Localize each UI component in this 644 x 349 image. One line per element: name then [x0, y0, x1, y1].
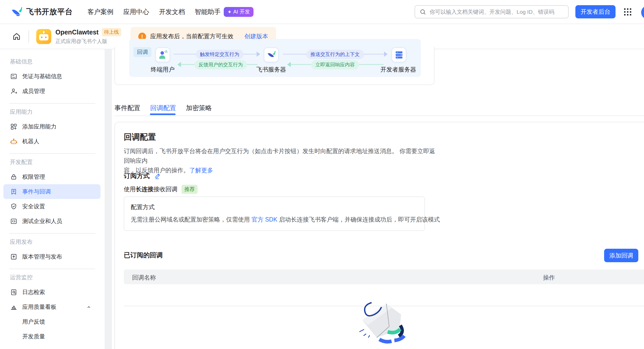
sidebar-item-add-capability[interactable]: 添加应用能力	[0, 119, 105, 134]
method-suffix: 接收回调	[154, 185, 177, 193]
return-label-2: 立即返回响应内容	[311, 60, 359, 69]
sidebar-item-credentials[interactable]: 凭证与基础信息	[0, 69, 105, 84]
sidebar-item-label: 添加应用能力	[22, 123, 56, 131]
status-badge: 待上线	[102, 28, 121, 36]
sidebar-item-label: 成员管理	[22, 87, 45, 95]
sidebar-item-dev-quality[interactable]: 开发质量	[0, 329, 105, 344]
grid-plus-icon	[10, 123, 18, 131]
developer-server-label: 开发者服务器	[380, 66, 416, 74]
tab-event-config[interactable]: 事件配置	[114, 104, 140, 112]
subscribe-method-header: 订阅方式	[124, 172, 162, 180]
sidebar-section-dev-config: 开发配置	[10, 159, 105, 166]
feishu-open-platform-page: 飞书开放平台 客户案例 应用中心 开发文档 智能助手 ✦AI 开发 开发者后台	[0, 0, 644, 349]
sidebar-item-bot[interactable]: 机器人	[0, 134, 105, 149]
end-user-label: 终端用户	[151, 66, 175, 74]
sidebar-item-version-release[interactable]: 版本管理与发布	[0, 249, 105, 264]
brand-title: 飞书开放平台	[26, 7, 73, 17]
feishu-logo-icon	[266, 50, 276, 60]
bar-chart-icon	[10, 303, 18, 311]
sparkle-icon: ✦	[227, 9, 232, 15]
search-input[interactable]	[430, 9, 564, 15]
forward-label-2: 推送交互行为的上下文	[306, 50, 364, 59]
recommend-badge: 推荐	[182, 185, 198, 194]
sidebar-item-label: 凭证与基础信息	[22, 73, 62, 80]
forward-label-1: 触发特定交互行为	[196, 50, 243, 59]
app-icon-robot	[36, 29, 51, 44]
divider	[28, 31, 29, 42]
feishu-server-label: 飞书服务器	[256, 66, 286, 74]
brand[interactable]: 飞书开放平台	[11, 7, 73, 17]
subscribed-callbacks-title: 已订阅的回调	[124, 251, 163, 259]
edit-icon[interactable]	[154, 172, 162, 180]
method-name: 长连接	[136, 185, 154, 193]
server-icon	[394, 50, 404, 60]
sidebar-section-basic-info: 基础信息	[10, 58, 105, 65]
tab-encryption-strategy[interactable]: 加密策略	[186, 104, 212, 112]
nav-item-cases[interactable]: 客户案例	[88, 8, 113, 16]
method-prefix: 使用	[124, 185, 136, 193]
sidebar-item-user-feedback[interactable]: 用户反馈	[0, 314, 105, 329]
active-tab-underline	[150, 113, 176, 115]
sidebar-item-label: 机器人	[22, 138, 39, 145]
config-box-body: 无需注册公网域名或配置加密策略，仅需使用 官方 SDK 启动长连接飞书客户端，并…	[131, 216, 440, 224]
sidebar-scrollbar[interactable]	[105, 49, 112, 349]
doc-search-icon	[10, 288, 18, 296]
developer-console-button[interactable]: 开发者后台	[575, 5, 616, 18]
end-user-node	[155, 47, 170, 62]
primary-nav: 客户案例 应用中心 开发文档 智能助手 ✦AI 开发	[88, 7, 254, 17]
return-label-1: 反馈用户的交互行为	[194, 60, 247, 69]
app-subtitle: 正式应用@飞书个人版	[55, 38, 121, 45]
nav-item-app-center[interactable]: 应用中心	[123, 8, 149, 16]
sidebar-item-label: 事件与回调	[22, 188, 51, 196]
diagram-badge: 回调	[133, 47, 151, 57]
config-body-after: 启动长连接飞书客户端，并确保连接成功后，即可开启该模式	[277, 216, 440, 223]
person-plus-icon	[10, 87, 18, 95]
sidebar-item-members[interactable]: 成员管理	[0, 84, 105, 98]
sidebar: 基础信息 凭证与基础信息 成员管理 应用能力 添加应用能力	[0, 49, 105, 349]
global-search[interactable]	[415, 5, 569, 18]
subscribe-method-title: 订阅方式	[124, 172, 150, 180]
page-title: 回调配置	[124, 132, 156, 143]
app-meta: OpenClawtest 待上线 正式应用@飞书个人版	[55, 28, 121, 45]
user-avatar[interactable]	[641, 6, 644, 19]
sidebar-item-quality-dashboard[interactable]: 应用质量看板	[0, 300, 105, 314]
upload-box-icon	[10, 253, 18, 261]
sidebar-item-log-search[interactable]: 日志检索	[0, 285, 105, 300]
config-method-box: 配置方式 无需注册公网域名或配置加密策略，仅需使用 官方 SDK 启动长连接飞书…	[124, 196, 425, 231]
sidebar-item-label: 日志检索	[22, 288, 45, 296]
sidebar-item-permissions[interactable]: 权限管理	[0, 169, 105, 184]
column-actions: 操作	[543, 274, 555, 282]
sidebar-item-label: 安全设置	[22, 203, 45, 210]
add-callback-button[interactable]: 添加回调	[604, 249, 638, 262]
code-box-icon	[10, 217, 18, 225]
main-content: 回调 终端用户 飞书服务器	[112, 49, 644, 349]
description-line-1: 订阅回调后，飞书开放平台将会在用户交互行为（如点击卡片按钮）发生时向配置的请求地…	[124, 148, 435, 164]
chevron-up-icon[interactable]	[85, 304, 92, 310]
sidebar-item-test-company[interactable]: 测试企业和人员	[0, 214, 105, 229]
nav-item-assistant[interactable]: 智能助手 ✦AI 开发	[195, 7, 254, 17]
sidebar-item-security[interactable]: 安全设置	[0, 199, 105, 214]
nav-item-docs[interactable]: 开发文档	[159, 8, 185, 16]
top-navigation: 飞书开放平台 客户案例 应用中心 开发文档 智能助手 ✦AI 开发 开发者后台	[0, 0, 644, 24]
sidebar-divider	[9, 153, 95, 154]
learn-more-link[interactable]: 了解更多	[189, 167, 213, 174]
ai-dev-badge[interactable]: ✦AI 开发	[224, 7, 254, 17]
home-icon[interactable]	[12, 32, 21, 41]
feishu-logo-icon	[11, 7, 23, 17]
config-body-before: 无需注册公网域名或配置加密策略，仅需使用	[131, 216, 251, 223]
column-callback-name: 回调名称	[132, 274, 156, 282]
official-sdk-link[interactable]: 官方 SDK	[251, 216, 277, 223]
robot-icon	[10, 138, 18, 145]
empty-state-illustration	[346, 295, 416, 349]
tab-callback-config[interactable]: 回调配置	[150, 104, 176, 112]
shield-check-icon	[10, 203, 18, 210]
sidebar-item-label: 应用质量看板	[22, 303, 56, 311]
apps-grid-icon[interactable]	[623, 7, 633, 17]
page-description: 订阅回调后，飞书开放平台将会在用户交互行为（如点击卡片按钮）发生时向配置的请求地…	[124, 146, 437, 175]
subscribe-method-value: 使用 长连接 接收回调 推荐	[124, 185, 198, 194]
sidebar-item-events-callbacks[interactable]: 事件与回调	[3, 184, 100, 199]
id-card-icon	[10, 73, 18, 80]
sidebar-divider	[9, 269, 95, 269]
callbacks-table-header: 回调名称 操作	[124, 269, 644, 284]
sidebar-section-capabilities: 应用能力	[10, 108, 105, 116]
